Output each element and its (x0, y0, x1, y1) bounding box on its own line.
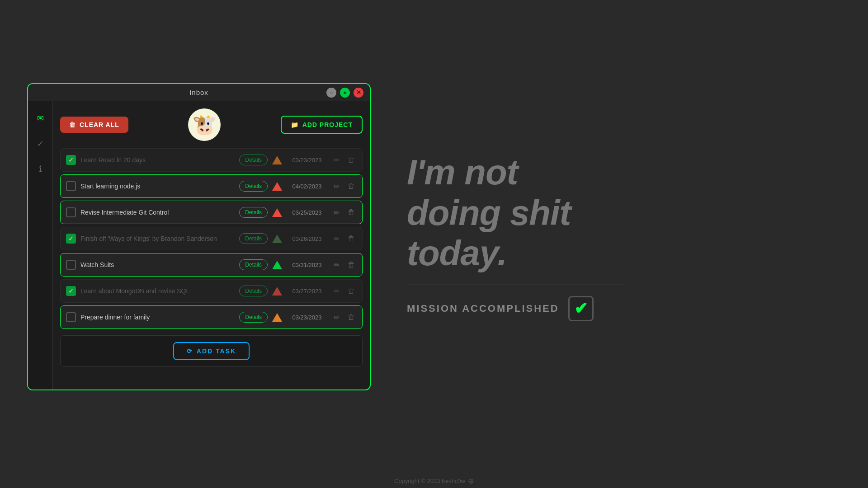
priority-icon (272, 287, 282, 296)
add-task-container: ⟳ ADD TASK (60, 335, 363, 367)
details-button[interactable]: Details (239, 181, 268, 192)
task-date: 03/31/2023 (287, 262, 327, 268)
task-checkbox[interactable] (66, 155, 76, 165)
task-name: Revise Intermediate Git Control (80, 209, 235, 216)
window-title: Inbox (189, 89, 208, 96)
task-checkbox[interactable] (66, 234, 76, 244)
details-button[interactable]: Details (239, 312, 268, 323)
task-name: Prepare dinner for family (80, 314, 235, 321)
maximize-button[interactable]: ● (340, 88, 350, 98)
task-row: Learn React in 20 daysDetails03/23/2023✏… (60, 148, 363, 172)
task-checkbox[interactable] (66, 207, 76, 217)
avatar: 🐮 (188, 108, 221, 141)
task-row: Learn about MongoDB and revise SQLDetail… (60, 279, 363, 303)
task-name: Learn React in 20 days (80, 156, 235, 164)
priority-icon (272, 208, 282, 217)
task-checkbox[interactable] (66, 260, 76, 270)
task-name: Finish off 'Ways of Kings' by Brandon Sa… (80, 235, 235, 242)
add-task-icon: ⟳ (187, 347, 193, 355)
sidebar-item-tasks[interactable]: ✓ (32, 136, 48, 152)
edit-button[interactable]: ✏ (332, 181, 341, 192)
delete-button[interactable]: 🗑 (346, 234, 357, 244)
github-icon[interactable]: ⊕ (468, 477, 474, 485)
task-date: 03/26/2023 (287, 235, 327, 242)
title-bar: Inbox – ● ✕ (28, 84, 370, 101)
task-row: Start learning node.jsDetails04/02/2023✏… (60, 174, 363, 198)
mission-row: MISSION ACCOMPLISHED ✔ (407, 296, 594, 321)
motivational-text: I'm not doing shit today. (407, 152, 571, 274)
priority-icon (272, 156, 282, 164)
trash-icon: 🗑 (69, 121, 76, 128)
delete-button[interactable]: 🗑 (346, 207, 357, 217)
delete-button[interactable]: 🗑 (346, 181, 357, 191)
folder-icon: 📁 (291, 121, 299, 128)
task-row: Revise Intermediate Git ControlDetails03… (60, 201, 363, 224)
add-project-button[interactable]: 📁 ADD PROJECT (281, 116, 363, 134)
add-task-button[interactable]: ⟳ ADD TASK (173, 342, 250, 360)
header-row: 🗑 CLEAR ALL 🐮 📁 ADD PROJECT (60, 108, 363, 141)
edit-button[interactable]: ✏ (332, 286, 341, 296)
task-row: Finish off 'Ways of Kings' by Brandon Sa… (60, 227, 363, 250)
task-list: Learn React in 20 daysDetails03/23/2023✏… (60, 148, 363, 329)
delete-button[interactable]: 🗑 (346, 260, 357, 270)
sidebar: ✉ ✓ ℹ (28, 101, 53, 389)
window-controls: – ● ✕ (326, 88, 363, 98)
minimize-button[interactable]: – (326, 88, 336, 98)
footer: Copyright © 2023 freshc0w ⊕ (0, 474, 868, 488)
task-name: Start learning node.js (80, 183, 235, 190)
mission-text: MISSION ACCOMPLISHED (407, 303, 559, 314)
delete-button[interactable]: 🗑 (346, 286, 357, 296)
task-date: 03/23/2023 (287, 157, 327, 164)
task-row: Watch SuitsDetails03/31/2023✏🗑 (60, 253, 363, 277)
details-button[interactable]: Details (239, 286, 268, 296)
mission-checkmark-icon: ✔ (574, 300, 588, 317)
priority-icon (272, 313, 282, 322)
edit-button[interactable]: ✏ (332, 260, 341, 270)
main-content: 🗑 CLEAR ALL 🐮 📁 ADD PROJECT Learn React … (53, 101, 370, 389)
task-date: 03/25/2023 (287, 209, 327, 216)
task-name: Watch Suits (80, 261, 235, 268)
edit-button[interactable]: ✏ (332, 207, 341, 218)
task-date: 03/27/2023 (287, 288, 327, 295)
app-body: ✉ ✓ ℹ 🗑 CLEAR ALL 🐮 📁 ADD (28, 101, 370, 389)
sidebar-item-inbox[interactable]: ✉ (32, 110, 48, 127)
edit-button[interactable]: ✏ (332, 234, 341, 244)
task-name: Learn about MongoDB and revise SQL (80, 287, 235, 295)
edit-button[interactable]: ✏ (332, 312, 341, 323)
avatar-emoji: 🐮 (192, 115, 217, 135)
right-panel: I'm not doing shit today. MISSION ACCOMP… (371, 125, 841, 348)
details-button[interactable]: Details (239, 259, 268, 270)
task-date: 04/02/2023 (287, 183, 327, 190)
close-button[interactable]: ✕ (354, 88, 363, 98)
edit-button[interactable]: ✏ (332, 155, 341, 165)
task-checkbox[interactable] (66, 312, 76, 322)
delete-button[interactable]: 🗑 (346, 155, 357, 165)
details-button[interactable]: Details (239, 155, 268, 165)
details-button[interactable]: Details (239, 233, 268, 244)
task-checkbox[interactable] (66, 181, 76, 191)
task-row: Prepare dinner for familyDetails03/23/20… (60, 305, 363, 329)
task-date: 03/23/2023 (287, 314, 327, 321)
priority-icon (272, 235, 282, 243)
sidebar-item-info[interactable]: ℹ (32, 161, 48, 177)
delete-button[interactable]: 🗑 (346, 312, 357, 322)
details-button[interactable]: Details (239, 207, 268, 218)
mission-check-box: ✔ (568, 296, 594, 321)
clear-all-button[interactable]: 🗑 CLEAR ALL (60, 117, 128, 133)
priority-icon (272, 182, 282, 191)
divider (407, 285, 624, 285)
app-window: Inbox – ● ✕ ✉ ✓ ℹ 🗑 CLEAR ALL (27, 83, 371, 390)
task-checkbox[interactable] (66, 286, 76, 296)
priority-icon (272, 261, 282, 269)
